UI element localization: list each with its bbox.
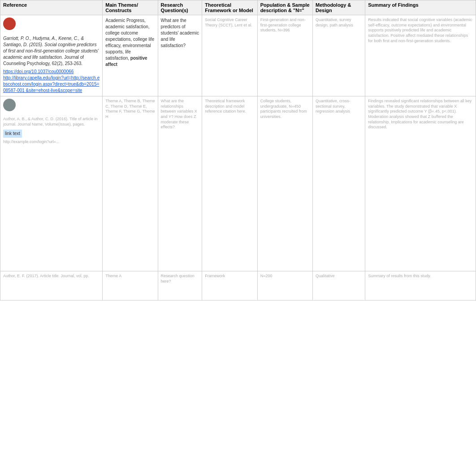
ref-highlight-2: link text [3,130,100,138]
research-cell-2: What are the relationships between varia… [158,96,202,271]
theoretical-text-3: Framework [205,274,254,279]
population-blurred: First-generation and non-first-generatio… [260,17,310,33]
themes-cell-2: Theme A, Theme B, Theme C, Theme D, Them… [103,96,158,271]
research-cell: What are the predictors of students' aca… [158,15,202,96]
themes-text-2: Theme A, Theme B, Theme C, Theme D, Them… [105,99,155,120]
methodology-blurred: Quantitative, survey design, path analys… [316,17,362,28]
header-research: Research Question(s) [158,0,202,15]
research-text-3: Research question here? [161,274,199,284]
methodology-text-2: Quantitative, cross-sectional survey, re… [316,99,362,114]
theoretical-cell-3: Framework [202,271,257,301]
reference-text: Garriott, P. O., Hudyma, A., Keene, C., … [3,35,100,67]
research-text-2: What are the relationships between varia… [161,99,199,130]
doi-link[interactable]: https://doi.org/10.1037/cou0000066 [3,69,74,74]
ref-cell-2: Author, A. B., & Author, C. D. (2016). T… [0,96,103,271]
ref-text-2: Author, A. B., & Author, C. D. (2016). T… [3,117,100,127]
population-cell: First-generation and non-first-generatio… [257,15,312,96]
population-text-3: N=200 [260,274,310,279]
table-row: Garriott, P. O., Hudyma, A., Keene, C., … [0,15,476,96]
theoretical-cell-2: Theoretical framework description and mo… [202,96,257,271]
summary-cell-2: Findings revealed significant relationsh… [365,96,476,271]
research-cell-3: Research question here? [158,271,202,301]
themes-cell-3: Theme A [103,271,158,301]
themes-text-3: Theme A [105,274,155,279]
summary-blurred: Results indicated that social cognitive … [368,17,473,44]
table-row-2: Author, A. B., & Author, C. D. (2016). T… [0,96,476,271]
research-text: What are the predictors of students' aca… [161,18,199,48]
summary-text-2: Findings revealed significant relationsh… [368,99,473,130]
methodology-cell: Quantitative, survey design, path analys… [313,15,365,96]
theoretical-text-2: Theoretical framework description and mo… [205,99,254,114]
author-avatar [3,17,16,30]
reference-cell: Garriott, P. O., Hudyma, A., Keene, C., … [0,15,103,96]
summary-cell-3: Summary of results from this study. [365,271,476,301]
population-cell-2: College students, undergraduate, N=450 p… [257,96,312,271]
ref-url-2: http://example.com/login?url=... [3,139,100,145]
url-link[interactable]: http://library.capella.edu/login?url=htt… [3,75,100,93]
header-reference: Reference [0,0,103,15]
reference-links: https://doi.org/10.1037/cou0000066 http:… [3,69,100,94]
population-cell-3: N=200 [257,271,312,301]
themes-text: Academic Progress, academic satisfaction… [105,18,154,61]
summary-text-3: Summary of results from this study. [368,274,473,279]
summary-cell: Results indicated that social cognitive … [365,15,476,96]
header-methodology: Methodology & Design [313,0,365,15]
themes-cell: Academic Progress, academic satisfaction… [103,15,158,96]
ref-cell-3: Author, E. F. (2017). Article title. Jou… [0,271,103,301]
table-row-3: Author, E. F. (2017). Article title. Jou… [0,271,476,301]
methodology-cell-3: Qualitative [313,271,365,301]
theoretical-blurred: Social Cognitive Career Theory (SCCT), L… [205,17,254,28]
avatar-2 [3,99,100,115]
header-theoretical: Theoretical Framework or Model [202,0,257,15]
header-population: Population & Sample description & "N=" [257,0,312,15]
methodology-cell-2: Quantitative, cross-sectional survey, re… [313,96,365,271]
ref-text-3: Author, E. F. (2017). Article title. Jou… [3,274,100,279]
population-text-2: College students, undergraduate, N=450 p… [260,99,310,120]
theoretical-cell: Social Cognitive Career Theory (SCCT), L… [202,15,257,96]
header-themes: Main Themes/ Constructs [103,0,158,15]
highlight-span: link text [3,130,22,138]
methodology-text-3: Qualitative [316,274,362,279]
header-summary: Summary of Findings [365,0,476,15]
literature-review-table: Reference Main Themes/ Constructs Resear… [0,0,476,301]
author-avatar-2 [3,99,16,111]
avatar [3,17,100,34]
